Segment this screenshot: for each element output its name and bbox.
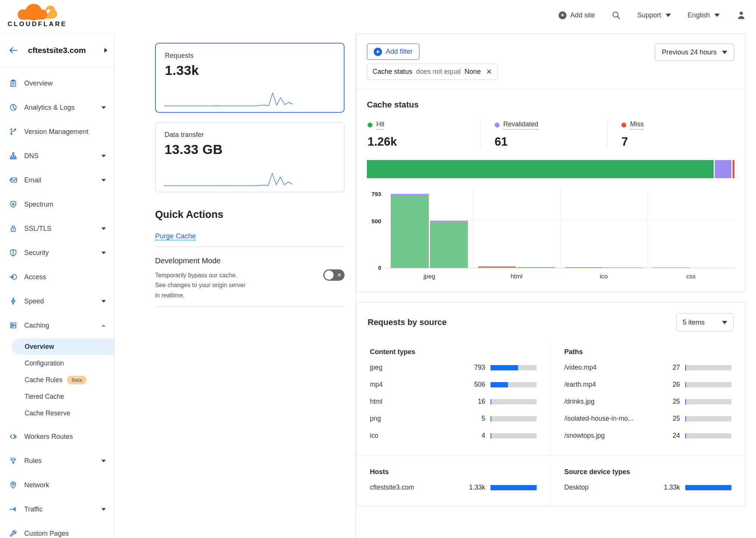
sidebar-subitem-overview[interactable]: Overview [12,338,114,355]
sidebar-item-security[interactable]: Security [0,241,114,265]
row-label: /snowtops.jpg [564,432,656,440]
sidebar-item-custom-pages[interactable]: Custom Pages [0,521,114,538]
bar-segment-hit [517,267,555,268]
row-bar-fill [685,399,686,404]
sidebar-item-label: Network [24,481,106,489]
stat-label-miss[interactable]: Miss [630,120,644,130]
plus-circle-icon: + [559,11,567,19]
summary-column: Requests 1.33k Data transfer 13.33 GB Qu… [115,33,356,538]
sidebar-item-overview[interactable]: Overview [0,71,114,95]
chevron-down-icon [101,155,106,157]
sidebar-item-spectrum[interactable]: Spectrum [0,192,114,216]
sidebar-item-label: Access [24,273,106,281]
hosts-section: Hosts cftestsite3.com1.33k [356,463,551,506]
sidebar-item-label: Security [24,249,101,257]
dns-tree-icon [9,152,24,160]
sidebar-subitem-tiered-cache[interactable]: Tiered Cache [12,388,114,405]
purge-cache-link[interactable]: Purge Cache [155,232,196,240]
site-selector[interactable]: cftestsite3.com [0,34,114,67]
server-stack-icon [9,321,24,330]
bar-segment-other [652,267,691,268]
sidebar-item-label: Rules [24,457,101,465]
sidebar-item-dns[interactable]: DNS [0,144,114,168]
cache-status-filter-chip[interactable]: Cache status does not equal None ✕ [367,64,498,80]
row-bar-track [491,433,537,438]
requests-summary-card[interactable]: Requests 1.33k [155,43,345,113]
row-value: 25 [656,415,680,423]
row-value: 1.33k [656,484,680,491]
row-bar-fill [685,365,686,370]
bar-ico [565,267,603,268]
add-filter-button[interactable]: + Add filter [367,44,419,60]
sidebar-navigation: OverviewAnalytics & LogsVersion Manageme… [0,67,114,538]
row-bar-track [491,365,537,370]
requests-card-label: Requests [165,52,335,60]
table-row: ico4 [370,427,537,444]
requests-by-source-title: Requests by source [368,317,447,327]
development-mode-toggle[interactable]: ✕ [323,269,345,281]
site-name: cftestsite3.com [28,46,104,55]
stat-value-revalidated: 61 [495,135,608,149]
sidebar-subitem-configuration[interactable]: Configuration [12,355,114,372]
chevron-down-icon [101,106,106,109]
row-value: 27 [656,364,680,372]
support-menu[interactable]: Support [637,11,671,19]
chevron-down-icon [666,14,671,17]
row-value: 4 [461,432,485,440]
search-icon[interactable] [612,11,621,20]
user-account-icon[interactable] [736,10,746,20]
analytics-panel: + Add filter Cache status does not equal… [356,33,756,538]
cloudflare-logo[interactable]: CLOUDFLARE [8,4,67,28]
sidebar-item-workers-routes[interactable]: Workers Routes [0,424,114,449]
funnel-icon [9,457,24,465]
sidebar-subitem-cache-rules[interactable]: Cache RulesBeta [12,372,114,388]
sidebar-subitem-cache-reserve[interactable]: Cache Reserve [12,405,114,421]
language-menu[interactable]: English [688,11,720,19]
sidebar-item-email[interactable]: Email [0,168,114,192]
filter-operator: does not equal [416,68,461,76]
data-transfer-summary-card[interactable]: Data transfer 13.33 GB [155,122,345,192]
shield-icon [9,249,24,257]
table-row: /video.mp427 [564,359,731,376]
sidebar-item-version-management[interactable]: Version Management [0,120,114,144]
bar-group-css [647,194,735,268]
sidebar-item-caching[interactable]: Caching [0,313,114,337]
y-tick-0: 0 [378,264,381,271]
stat-label-revalidated[interactable]: Revalidated [503,120,538,130]
chart-x-axis-labels: jpeghtmlicocss [386,273,734,280]
add-filter-label: Add filter [386,48,413,56]
sidebar-item-analytics-logs[interactable]: Analytics & Logs [0,95,114,120]
row-bar-fill [685,485,731,490]
sidebar-item-rules[interactable]: Rules [0,449,114,473]
row-value: 506 [461,381,485,389]
chevron-down-icon [714,14,720,17]
row-bar-fill [685,416,686,421]
sidebar-item-speed[interactable]: Speed [0,289,114,313]
clipboard-icon [9,79,24,87]
time-range-dropdown[interactable]: Previous 24 hours [655,44,734,61]
chevron-down-icon [101,508,106,511]
row-bar-track [685,485,731,490]
row-value: 24 [656,432,680,440]
row-bar-track [685,382,731,387]
sidebar-item-ssl-tls[interactable]: SSL/TLS [0,216,114,241]
back-arrow-icon[interactable] [8,45,18,55]
sidebar-item-traffic[interactable]: Traffic [0,497,114,521]
table-row: mp4506 [370,376,537,393]
toggle-off-x-icon: ✕ [337,272,342,278]
remove-filter-icon[interactable]: ✕ [486,67,492,76]
cache-stat-miss: Miss7 [607,120,734,149]
chevron-down-icon [101,179,106,182]
sidebar-item-network[interactable]: Network [0,473,114,497]
chevron-right-icon[interactable] [104,48,107,53]
row-label: jpeg [370,364,461,372]
stat-label-hit[interactable]: Hit [376,120,384,130]
sidebar-item-access[interactable]: Access [0,265,114,289]
chevron-down-icon [101,252,106,254]
row-value: 25 [656,398,680,406]
add-site-button[interactable]: + Add site [559,11,595,19]
row-label: cftestsite3.com [370,484,461,491]
stat-value-miss: 7 [621,135,734,149]
items-count-dropdown[interactable]: 5 items [676,313,734,331]
row-label: /drinks.jpg [564,398,656,406]
